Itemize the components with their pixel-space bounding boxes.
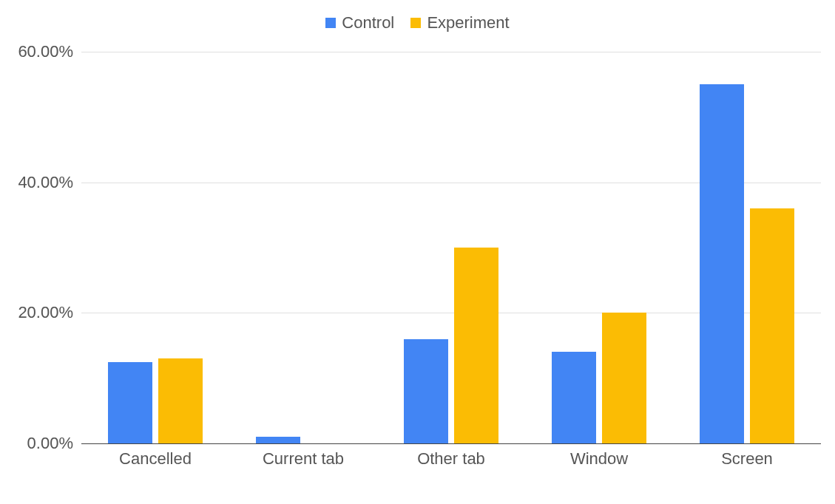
bar-control-0 xyxy=(108,362,152,443)
x-label-3: Window xyxy=(570,449,628,469)
bar-experiment-4 xyxy=(750,208,794,443)
legend-label-control: Control xyxy=(342,13,394,33)
legend: Control Experiment xyxy=(0,13,835,33)
legend-item-experiment: Experiment xyxy=(410,13,509,33)
y-tick-1: 20.00% xyxy=(18,303,73,322)
plot-area xyxy=(81,52,821,443)
bar-control-1 xyxy=(256,437,300,443)
y-tick-3: 60.00% xyxy=(18,42,73,61)
bar-control-3 xyxy=(552,352,596,443)
legend-swatch-control xyxy=(325,18,336,28)
x-label-1: Current tab xyxy=(263,449,344,469)
bar-experiment-3 xyxy=(602,313,646,443)
y-tick-2: 40.00% xyxy=(18,173,73,192)
bar-experiment-0 xyxy=(158,358,203,443)
x-label-2: Other tab xyxy=(417,449,485,469)
gridline-60 xyxy=(81,52,821,52)
baseline xyxy=(81,443,821,444)
legend-label-experiment: Experiment xyxy=(427,13,509,33)
legend-item-control: Control xyxy=(325,13,394,33)
x-label-4: Screen xyxy=(721,449,773,469)
y-tick-0: 0.00% xyxy=(27,434,73,453)
bar-control-4 xyxy=(700,84,744,443)
bar-control-2 xyxy=(404,339,448,443)
bar-experiment-2 xyxy=(454,248,498,443)
chart-container: Control Experiment 0.00% 20.00% 40.00% 6… xyxy=(0,0,835,504)
legend-swatch-experiment xyxy=(410,18,421,28)
x-label-0: Cancelled xyxy=(119,449,192,469)
